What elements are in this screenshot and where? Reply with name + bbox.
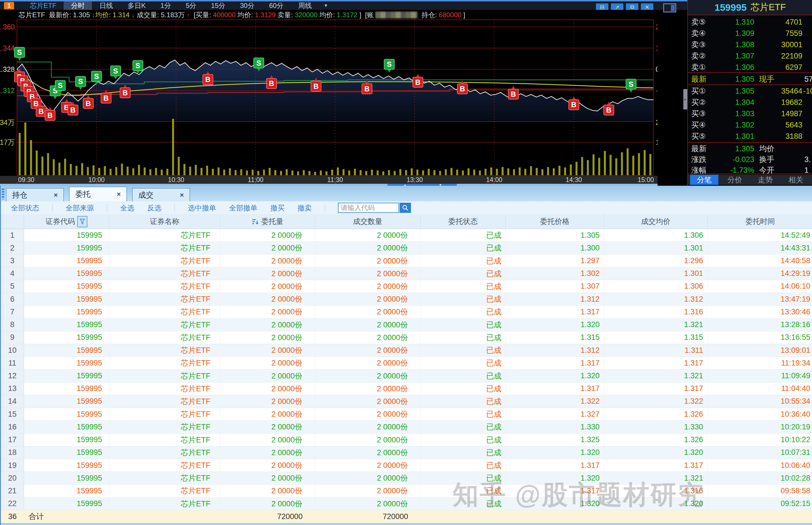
period-tab-分时[interactable]: 分时 bbox=[64, 1, 92, 10]
cell-time: 11:04:40 bbox=[708, 382, 812, 395]
code-search-input[interactable]: 请输入代码 bbox=[338, 203, 399, 213]
order-row[interactable]: 13159995芯片ETF2 0000份2 0000份已成1.3171.3171… bbox=[1, 382, 812, 395]
percent-axis-label: -1.20% bbox=[655, 87, 658, 94]
action-全部撤单[interactable]: 全部撤单 bbox=[229, 203, 257, 213]
cell-avg: 1.321 bbox=[604, 319, 708, 331]
order-row[interactable]: 4159995芯片ETF2 0000份2 0000份已成1.3021.30114… bbox=[1, 268, 812, 280]
order-row[interactable]: 22159995芯片ETF2 0000份2 0000份已成1.3201.3200… bbox=[1, 498, 812, 510]
sort-icon[interactable] bbox=[252, 218, 259, 225]
order-row[interactable]: 6159995芯片ETF2 0000份2 0000份已成1.3121.31213… bbox=[1, 293, 812, 305]
order-row[interactable]: 20159995芯片ETF2 0000份2 0000份已成1.3201.3211… bbox=[1, 472, 812, 484]
period-tabs-dropdown-icon[interactable]: ▼ bbox=[319, 1, 333, 10]
orders-tab-持仓[interactable]: 持仓× bbox=[6, 188, 64, 201]
column-header-委托时间[interactable]: 委托时间 bbox=[708, 214, 812, 229]
action-反选[interactable]: 反选 bbox=[147, 203, 162, 213]
cell-time: 13:28:16 bbox=[708, 319, 812, 331]
order-row[interactable]: 3159995芯片ETF2 0000份2 0000份已成1.2971.29614… bbox=[1, 254, 812, 267]
book-row-买③[interactable]: 买③1.30314987 bbox=[688, 108, 812, 119]
order-row[interactable]: 14159995芯片ETF2 0000份2 0000份已成1.3221.3221… bbox=[1, 395, 812, 408]
order-row[interactable]: 15159995芯片ETF2 0000份2 0000份已成1.3271.3261… bbox=[1, 408, 812, 421]
book-row-卖④[interactable]: 卖④1.3097559 bbox=[688, 28, 812, 39]
period-tab-1分[interactable]: 1分 bbox=[153, 1, 178, 10]
order-row[interactable]: 16159995芯片ETF2 0000份2 0000份已成1.3301.3301… bbox=[1, 421, 812, 433]
orders-tab-成交[interactable]: 成交× bbox=[132, 188, 190, 201]
period-tab-日线[interactable]: 日线 bbox=[92, 1, 120, 10]
order-row[interactable]: 10159995芯片ETF2 0000份2 0000份已成1.3121.3111… bbox=[1, 344, 812, 357]
order-row[interactable]: 5159995芯片ETF2 0000份2 0000份已成1.3071.30614… bbox=[1, 280, 812, 293]
filter-dropdown-全部来源[interactable]: 全部来源 bbox=[65, 203, 94, 213]
column-header-成交均价[interactable]: 成交均价 bbox=[604, 214, 708, 229]
column-header-委托量[interactable]: 委托量 bbox=[220, 214, 315, 229]
book-row-卖⑤[interactable]: 卖⑤1.3104701 bbox=[688, 16, 812, 28]
book-row-卖③[interactable]: 卖③1.30830001 bbox=[688, 39, 812, 50]
cell-qty: 2 0000份 bbox=[220, 268, 315, 280]
drag-handle-icon[interactable] bbox=[2, 189, 4, 199]
panel-splitter-handle[interactable]: ▸ bbox=[683, 89, 687, 109]
period-tab-60分[interactable]: 60分 bbox=[262, 1, 291, 10]
book-tab-相关[interactable]: 相关 bbox=[782, 175, 810, 185]
chart-scrollbar-thumb[interactable] bbox=[387, 184, 457, 186]
cell-status: 已成 bbox=[420, 280, 506, 292]
period-tab-5分[interactable]: 5分 bbox=[178, 1, 204, 10]
order-row[interactable]: 19159995芯片ETF2 0000份2 0000份已成1.3171.3171… bbox=[1, 459, 812, 472]
period-tab-多日K[interactable]: 多日K bbox=[120, 1, 153, 10]
period-tab-周线[interactable]: 周线 bbox=[291, 1, 319, 10]
column-header-委托状态[interactable]: 委托状态 bbox=[420, 214, 506, 229]
orders-tab-委托[interactable]: 委托× bbox=[69, 186, 127, 201]
period-tab-30分[interactable]: 30分 bbox=[233, 1, 262, 10]
order-row[interactable]: 1159995芯片ETF2 0000份2 0000份已成1.3051.30614… bbox=[1, 229, 812, 242]
order-row[interactable]: 12159995芯片ETF2 0000份2 0000份已成1.3201.3211… bbox=[1, 370, 812, 382]
column-header-证券名称[interactable]: 证券名称 bbox=[109, 214, 220, 229]
book-tab-分笔[interactable]: 分笔 bbox=[690, 175, 718, 185]
order-row[interactable]: 7159995芯片ETF2 0000份2 0000份已成1.3171.31613… bbox=[1, 305, 812, 318]
column-header-成交数量[interactable]: 成交数量 bbox=[315, 214, 420, 229]
action-撤买[interactable]: 撤买 bbox=[270, 203, 284, 213]
book-row-卖②[interactable]: 卖②1.30722109 bbox=[688, 50, 812, 62]
book-tab-分价[interactable]: 分价 bbox=[721, 175, 749, 185]
cell-time: 14:52:49 bbox=[708, 229, 812, 241]
period-tab-芯片ETF[interactable]: 芯片ETF bbox=[23, 1, 64, 10]
action-撤卖[interactable]: 撤卖 bbox=[297, 203, 312, 213]
period-tab-15分[interactable]: 15分 bbox=[204, 1, 233, 10]
order-row[interactable]: 17159995芯片ETF2 0000份2 0000份已成1.3251.3261… bbox=[1, 434, 812, 446]
column-header-index[interactable] bbox=[1, 214, 24, 229]
order-row[interactable]: 2159995芯片ETF2 0000份2 0000份已成1.3001.30114… bbox=[1, 242, 812, 254]
volume-bar bbox=[547, 167, 549, 175]
order-row[interactable]: 21159995芯片ETF2 0000份2 0000份已成1.3171.3160… bbox=[1, 484, 812, 497]
cell-avg: 1.317 bbox=[604, 382, 708, 395]
column-header-委托价格[interactable]: 委托价格 bbox=[506, 214, 604, 229]
action-全选[interactable]: 全选 bbox=[120, 203, 134, 213]
book-row-买①[interactable]: 买①1.30535464-10 bbox=[688, 85, 812, 97]
tab-close-icon[interactable]: × bbox=[117, 190, 121, 198]
filter-dropdown-全部状态[interactable]: 全部状态 bbox=[11, 203, 39, 213]
marker-letter: S bbox=[17, 48, 22, 57]
order-row[interactable]: 18159995芯片ETF2 0000份2 0000份已成1.3201.3201… bbox=[1, 446, 812, 459]
tab-close-icon[interactable]: × bbox=[180, 191, 184, 199]
action-选中撤单[interactable]: 选中撤单 bbox=[188, 203, 216, 213]
book-row-买②[interactable]: 买②1.30419682 bbox=[688, 97, 812, 108]
side-panel-toggle-icon[interactable] bbox=[663, 3, 676, 12]
book-tab-走势[interactable]: 走势 bbox=[751, 175, 780, 185]
chart-info-segment: ↓ bbox=[92, 11, 95, 19]
book-row-卖①[interactable]: 卖①1.3066297 bbox=[688, 62, 812, 73]
order-row[interactable]: 8159995芯片ETF2 0000份2 0000份已成1.3201.32113… bbox=[1, 319, 812, 331]
tab-close-icon[interactable]: × bbox=[54, 191, 58, 199]
cell-avg: 1.311 bbox=[604, 344, 708, 357]
chart-scrollbar-track[interactable] bbox=[0, 184, 658, 186]
column-header-证券代码[interactable]: 证券代码 bbox=[24, 214, 109, 229]
volume-bar bbox=[371, 170, 373, 175]
scroll-down-icon[interactable]: ▼ bbox=[439, 183, 442, 186]
cell-qty: 2 0000份 bbox=[220, 459, 315, 471]
book-row-买④[interactable]: 买④1.3025643 bbox=[688, 119, 812, 131]
total-cell-filled_total: 720000 bbox=[315, 510, 420, 523]
scroll-up-icon[interactable]: ▲ bbox=[403, 183, 407, 186]
volume-bar bbox=[587, 160, 589, 175]
total-cell-empty bbox=[506, 510, 604, 523]
book-row-买⑤[interactable]: 买⑤1.3013188 bbox=[688, 131, 812, 142]
column-filter-icon[interactable] bbox=[77, 216, 87, 227]
order-row[interactable]: 9159995芯片ETF2 0000份2 0000份已成1.3151.31513… bbox=[1, 331, 812, 344]
search-button[interactable] bbox=[400, 203, 411, 213]
volume-bar bbox=[326, 171, 327, 175]
cell-filled: 2 0000份 bbox=[315, 408, 420, 420]
order-row[interactable]: 11159995芯片ETF2 0000份2 0000份已成1.3171.3171… bbox=[1, 357, 812, 370]
